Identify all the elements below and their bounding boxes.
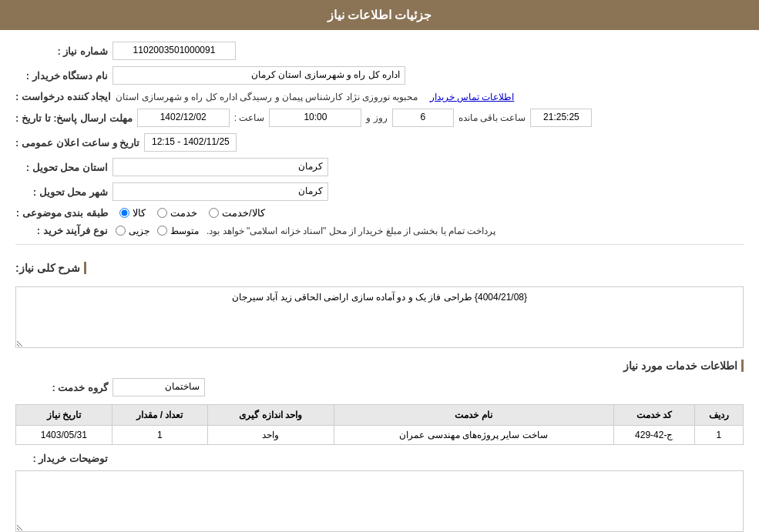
pt-medium-label: متوسط xyxy=(170,226,199,236)
pt-partial-label: جزیی xyxy=(129,226,149,236)
buyer-desc-header-row: توضیحات خریدار : xyxy=(15,453,744,464)
response-date-value: 1402/12/02 xyxy=(137,109,230,127)
main-content: 1102003501000091 شماره نیاز : اداره کل ر… xyxy=(0,30,759,532)
page-header: جزئیات اطلاعات نیاز xyxy=(0,0,759,30)
province-row: کرمان استان محل تحویل : xyxy=(15,158,744,176)
service-group-label: گروه خدمت : xyxy=(15,382,108,393)
buyer-desc-textarea[interactable] xyxy=(15,470,744,532)
col-name: نام خدمت xyxy=(334,405,613,426)
table-row: 1ج-42-429ساخت سایر پروژه‌های مهندسی عمرا… xyxy=(16,426,744,445)
services-section-title: اطلاعات خدمات مورد نیاز xyxy=(15,360,744,372)
col-date: تاریخ نیاز xyxy=(16,405,113,426)
creator-contact-link[interactable]: اطلاعات تماس خریدار xyxy=(430,92,515,102)
need-desc-container xyxy=(15,286,744,350)
response-days-value: 6 xyxy=(392,109,454,127)
need-number-value: 1102003501000091 xyxy=(113,42,236,60)
cell-code: ج-42-429 xyxy=(613,426,694,445)
category-service: خدمت xyxy=(157,207,197,219)
purchase-type-row: پرداخت تمام یا بخشی از مبلغ خریدار از مح… xyxy=(15,225,744,236)
service-group-row: ساختمان گروه خدمت : xyxy=(15,378,744,396)
buyer-org-value: اداره کل راه و شهرسازی استان کرمان xyxy=(113,66,405,85)
category-good-label: کالا xyxy=(133,207,146,219)
need-desc-textarea[interactable] xyxy=(15,286,744,348)
category-both-label: کالا/خدمت xyxy=(222,207,265,219)
city-row: کرمان شهر محل تحویل : xyxy=(15,182,744,201)
buyer-org-label: نام دستگاه خریدار : xyxy=(15,70,108,82)
category-good-radio[interactable] xyxy=(119,208,129,218)
category-both-radio[interactable] xyxy=(209,208,219,218)
creator-row: اطلاعات تماس خریدار محبوبه نوروزی نژاد ک… xyxy=(15,91,744,102)
creator-label: ایجاد کننده درخواست : xyxy=(15,91,111,102)
pt-partial: جزیی xyxy=(116,226,149,236)
response-remaining-label: ساعت باقی مانده xyxy=(458,112,526,123)
purchase-type-label: نوع فرآیند خرید : xyxy=(15,225,108,236)
page-wrapper: جزئیات اطلاعات نیاز 1102003501000091 شما… xyxy=(0,0,759,532)
table-body: 1ج-42-429ساخت سایر پروژه‌های مهندسی عمرا… xyxy=(16,426,744,445)
category-label: طبقه بندی موضوعی : xyxy=(15,207,108,219)
col-row: ردیف xyxy=(694,405,743,426)
response-remaining-value: 21:25:25 xyxy=(530,109,592,127)
province-value: کرمان xyxy=(113,158,328,176)
city-value: کرمان xyxy=(113,182,328,201)
response-time-value: 10:00 xyxy=(269,109,361,127)
announce-label: تاریخ و ساعت اعلان عمومی : xyxy=(15,137,139,149)
province-label: استان محل تحویل : xyxy=(15,162,108,173)
page-title: جزئیات اطلاعات نیاز xyxy=(327,8,432,22)
cell-name: ساخت سایر پروژه‌های مهندسی عمران xyxy=(334,426,613,445)
need-number-row: 1102003501000091 شماره نیاز : xyxy=(15,42,744,60)
announce-row: 1402/11/25 - 12:15 تاریخ و ساعت اعلان عم… xyxy=(15,133,744,152)
category-both: کالا/خدمت xyxy=(209,207,265,219)
cell-unit: واحد xyxy=(208,426,334,445)
need-desc-section-title: شرح کلی نیاز: xyxy=(15,262,86,274)
service-group-value: ساختمان xyxy=(113,378,205,396)
buyer-desc-container xyxy=(15,470,744,532)
cell-row: 1 xyxy=(694,426,743,445)
divider-1 xyxy=(15,244,744,245)
category-service-radio[interactable] xyxy=(157,208,167,218)
table-header: ردیف کد خدمت نام خدمت واحد اندازه گیری ت… xyxy=(16,405,744,426)
category-service-label: خدمت xyxy=(170,207,197,219)
response-deadline-row: 21:25:25 ساعت باقی مانده 6 روز و 10:00 س… xyxy=(15,109,744,127)
pt-partial-radio[interactable] xyxy=(116,226,126,236)
services-table-section: ردیف کد خدمت نام خدمت واحد اندازه گیری ت… xyxy=(15,404,744,445)
col-unit: واحد اندازه گیری xyxy=(208,405,334,426)
response-deadline-label: مهلت ارسال پاسخ: تا تاریخ : xyxy=(15,112,133,124)
services-table: ردیف کد خدمت نام خدمت واحد اندازه گیری ت… xyxy=(15,404,744,445)
buyer-desc-label: توضیحات خریدار : xyxy=(15,453,108,464)
city-label: شهر محل تحویل : xyxy=(15,186,108,198)
cell-qty: 1 xyxy=(112,426,207,445)
col-qty: تعداد / مقدار xyxy=(112,405,207,426)
col-code: کد خدمت xyxy=(613,405,694,426)
purchase-note: پرداخت تمام یا بخشی از مبلغ خریدار از مح… xyxy=(207,226,495,236)
response-day-label: روز و xyxy=(366,112,387,123)
need-number-label: شماره نیاز : xyxy=(15,45,108,57)
response-time-label: ساعت : xyxy=(234,112,265,123)
need-desc-row: شرح کلی نیاز: xyxy=(15,253,744,280)
pt-medium-radio[interactable] xyxy=(157,226,167,236)
category-good: کالا xyxy=(119,207,146,219)
cell-date: 1403/05/31 xyxy=(16,426,113,445)
creator-value: محبوبه نوروزی نژاد کارشناس پیمان و رسیدگ… xyxy=(116,92,418,102)
announce-value: 1402/11/25 - 12:15 xyxy=(144,133,237,152)
category-row: کالا/خدمت خدمت کالا طبقه بندی موضوعی : xyxy=(15,207,744,219)
pt-medium: متوسط xyxy=(157,226,199,236)
buyer-org-row: اداره کل راه و شهرسازی استان کرمان نام د… xyxy=(15,66,744,85)
